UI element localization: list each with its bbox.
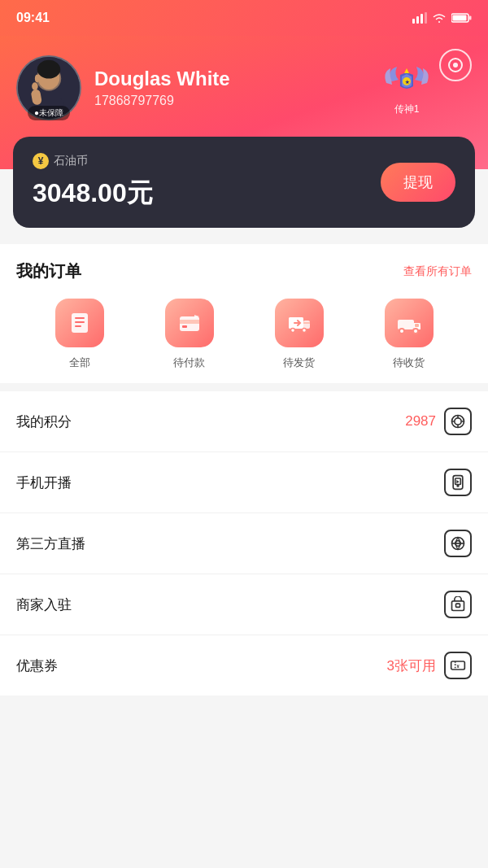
balance-amount: 3048.00元 xyxy=(33,176,153,212)
order-label-receive: 待收货 xyxy=(393,355,425,370)
points-icon xyxy=(444,408,472,435)
menu-label-points: 我的积分 xyxy=(16,412,72,431)
status-icons xyxy=(412,12,472,24)
orders-title: 我的订单 xyxy=(16,260,81,282)
rank-emblem: ★ xyxy=(382,60,431,101)
merchant-icon-svg xyxy=(450,596,466,613)
pending-receive-icon xyxy=(396,310,422,336)
menu-label-third-party: 第三方直播 xyxy=(16,534,85,553)
settings-icon xyxy=(448,58,463,72)
svg-rect-2 xyxy=(420,14,423,24)
merchant-icon xyxy=(444,591,472,618)
order-item-pay[interactable]: 待付款 xyxy=(165,299,214,370)
orders-section: 我的订单 查看所有订单 全部 xyxy=(0,244,488,383)
svg-rect-23 xyxy=(180,320,199,324)
wifi-icon xyxy=(432,12,447,24)
mobile-broadcast-icon xyxy=(444,469,472,496)
balance-left: ¥ 石油币 3048.00元 xyxy=(33,153,153,212)
menu-item-points[interactable]: 我的积分 2987 xyxy=(0,391,488,452)
svg-rect-44 xyxy=(452,601,464,611)
svg-point-30 xyxy=(302,329,306,333)
svg-rect-6 xyxy=(469,16,472,20)
signal-icon xyxy=(412,12,427,24)
svg-marker-17 xyxy=(404,68,409,73)
svg-rect-3 xyxy=(425,12,427,24)
mobile-broadcast-icon-svg xyxy=(450,474,466,491)
svg-point-33 xyxy=(399,329,404,334)
svg-point-40 xyxy=(457,485,459,486)
order-icon-bg-ship xyxy=(275,299,324,347)
withdraw-button[interactable]: 提现 xyxy=(381,163,455,202)
menu-right-merchant xyxy=(444,591,472,618)
status-bar: 09:41 xyxy=(0,0,488,36)
svg-rect-1 xyxy=(416,16,419,24)
battery-icon xyxy=(451,12,472,24)
order-label-pay: 待付款 xyxy=(173,355,205,370)
order-item-all[interactable]: 全部 xyxy=(55,299,104,370)
coin-icon: ¥ xyxy=(33,153,49,169)
svg-point-34 xyxy=(413,329,418,334)
svg-point-14 xyxy=(32,82,38,90)
menu-item-merchant[interactable]: 商家入驻 xyxy=(0,574,488,635)
svg-rect-0 xyxy=(412,19,415,24)
menu-right-third-party xyxy=(444,530,472,557)
coupon-icon-svg: ¥ xyxy=(450,657,466,674)
menu-item-third-party[interactable]: 第三方直播 xyxy=(0,513,488,574)
third-party-broadcast-icon xyxy=(444,530,472,557)
profile-name: Douglas White xyxy=(94,68,369,90)
menu-right-points: 2987 xyxy=(405,408,472,435)
third-party-icon-svg xyxy=(450,535,466,552)
order-item-receive[interactable]: 待收货 xyxy=(385,299,434,370)
svg-point-29 xyxy=(290,329,294,333)
menu-label-broadcast: 手机开播 xyxy=(16,473,72,492)
pending-payment-icon xyxy=(176,310,203,336)
rank-emblem-svg: ★ xyxy=(382,60,431,101)
svg-point-10 xyxy=(37,60,61,79)
protection-badge: ●未保障 xyxy=(28,106,70,120)
order-icon-bg-receive xyxy=(385,299,434,347)
menu-right-broadcast xyxy=(444,469,472,496)
order-item-ship[interactable]: 待发货 xyxy=(275,299,324,370)
coupon-value: 3张可用 xyxy=(387,656,436,675)
points-value: 2987 xyxy=(405,413,436,430)
profile-info: Douglas White 17868797769 xyxy=(94,68,369,108)
pending-ship-icon xyxy=(286,310,312,336)
order-icon-bg-pay xyxy=(165,299,214,347)
menu-list: 我的积分 2987 手机开播 xyxy=(0,391,488,696)
svg-rect-5 xyxy=(453,15,467,21)
profile-phone: 17868797769 xyxy=(94,94,369,108)
status-time: 09:41 xyxy=(16,11,50,25)
order-icons-row: 全部 待付款 xyxy=(16,299,472,370)
rank-badge: ★ 传神1 xyxy=(382,60,431,116)
svg-rect-27 xyxy=(303,321,310,329)
svg-point-11 xyxy=(35,75,40,83)
avatar-container: ●未保障 xyxy=(16,55,81,120)
settings-button[interactable] xyxy=(439,49,472,81)
svg-rect-19 xyxy=(75,317,85,319)
order-label-all: 全部 xyxy=(69,355,90,370)
menu-right-coupon: 3张可用 ¥ xyxy=(387,652,472,679)
menu-item-coupon[interactable]: 优惠券 3张可用 ¥ xyxy=(0,635,488,696)
balance-card: ¥ 石油币 3048.00元 提现 xyxy=(13,137,475,228)
svg-rect-45 xyxy=(456,604,460,607)
svg-rect-24 xyxy=(182,325,187,328)
svg-rect-31 xyxy=(398,320,414,329)
svg-point-37 xyxy=(455,418,461,425)
profile-row: ●未保障 Douglas White 17868797769 xyxy=(16,55,472,120)
svg-rect-35 xyxy=(415,324,419,327)
menu-label-coupon: 优惠券 xyxy=(16,656,58,675)
svg-rect-20 xyxy=(75,321,85,323)
orders-header: 我的订单 查看所有订单 xyxy=(16,260,472,282)
coupon-icon: ¥ xyxy=(444,652,472,679)
all-orders-icon xyxy=(67,310,93,336)
svg-text:¥: ¥ xyxy=(456,664,460,669)
rank-label: 传神1 xyxy=(394,103,420,116)
svg-rect-21 xyxy=(75,325,81,327)
balance-label: ¥ 石油币 xyxy=(33,153,153,169)
order-icon-bg-all xyxy=(55,299,104,347)
points-icon-svg xyxy=(450,413,466,430)
view-all-orders-link[interactable]: 查看所有订单 xyxy=(403,264,472,279)
order-label-ship: 待发货 xyxy=(283,355,315,370)
menu-label-merchant: 商家入驻 xyxy=(16,595,72,614)
menu-item-broadcast[interactable]: 手机开播 xyxy=(0,452,488,513)
